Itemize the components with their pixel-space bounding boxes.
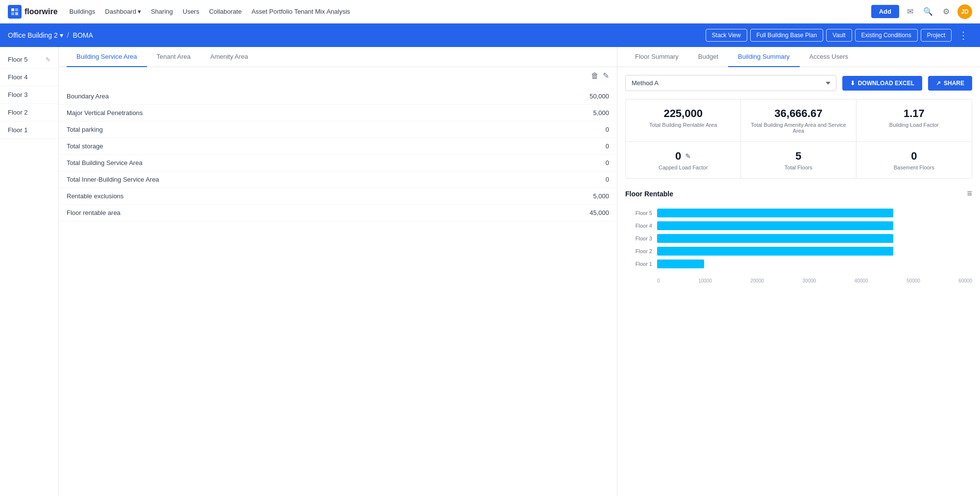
nav-actions: Add ✉ 🔍 ⚙ JD: [871, 4, 972, 19]
top-nav: floorwire Buildings Dashboard ▾ Sharing …: [0, 0, 980, 24]
floor-4-label: Floor 4: [8, 73, 27, 81]
chart-section: Floor Rentable ≡ Floor 5 Floor 4: [625, 189, 972, 283]
row-value: 50,000: [589, 93, 609, 100]
stat-label: Total Building Amenity Area and Service …: [749, 122, 848, 134]
tab-access-users[interactable]: Access Users: [800, 47, 858, 67]
existing-conditions-button[interactable]: Existing Conditions: [855, 29, 918, 42]
bar: [657, 247, 893, 256]
tab-amenity-area[interactable]: Amenity Area: [200, 47, 258, 67]
vault-button[interactable]: Vault: [826, 29, 852, 42]
axis-label: 60000: [958, 278, 972, 283]
svg-rect-1: [15, 8, 18, 11]
chart-menu-icon[interactable]: ≡: [967, 189, 972, 199]
floor-5-label: Floor 5: [8, 56, 27, 63]
full-building-base-plan-button[interactable]: Full Building Base Plan: [750, 29, 823, 42]
table-row: Floor rentable area 45,000: [59, 205, 617, 221]
settings-icon[interactable]: ⚙: [941, 5, 952, 18]
nav-collaborate[interactable]: Collaborate: [209, 8, 242, 15]
method-select[interactable]: Method A Method B Method C: [625, 75, 836, 91]
share-button[interactable]: ↗ SHARE: [928, 76, 972, 91]
floor-item-4[interactable]: Floor 4: [0, 69, 58, 86]
row-value: 0: [606, 126, 609, 133]
avatar[interactable]: JD: [957, 4, 972, 19]
tab-building-summary[interactable]: Building Summary: [728, 47, 800, 67]
floor-item-2[interactable]: Floor 2: [0, 104, 58, 121]
content-area: Building Service Area Tenant Area Amenit…: [59, 47, 980, 496]
row-label: Major Vertical Penetrations: [67, 109, 143, 117]
stack-view-button[interactable]: Stack View: [706, 29, 747, 42]
more-options-button[interactable]: ⋮: [955, 27, 972, 43]
bar-container: [657, 209, 972, 217]
stat-value: 5: [749, 150, 848, 163]
axis-label: 50000: [906, 278, 920, 283]
bar-container: [657, 247, 972, 256]
edit-icon[interactable]: ✎: [46, 56, 50, 63]
breadcrumb-building[interactable]: Office Building 2 ▾: [8, 31, 63, 39]
mail-icon[interactable]: ✉: [905, 5, 915, 18]
floor-1-label: Floor 1: [8, 126, 27, 134]
main-layout: Floor 5 ✎ Floor 4 Floor 3 Floor 2 Floor …: [0, 47, 980, 496]
left-tabs: Building Service Area Tenant Area Amenit…: [59, 47, 617, 67]
right-panel: Floor Summary Budget Building Summary Ac…: [617, 47, 980, 496]
axis-label: 0: [657, 278, 660, 283]
nav-sharing[interactable]: Sharing: [151, 8, 173, 15]
floor-2-label: Floor 2: [8, 109, 27, 116]
bar-container: [657, 260, 972, 268]
tab-tenant-area[interactable]: Tenant Area: [147, 47, 200, 67]
nav-buildings[interactable]: Buildings: [70, 8, 96, 15]
row-value: 5,000: [593, 192, 609, 200]
nav-asset-portfolio[interactable]: Asset Portfolio Tenant Mix Analysis: [251, 8, 350, 15]
floor-item-1[interactable]: Floor 1: [0, 121, 58, 139]
row-value: 45,000: [589, 209, 609, 216]
table-actions: 🗑 ✎: [59, 67, 617, 84]
stat-load-factor: 1.17 Building Load Factor: [857, 99, 972, 142]
share-icon: ↗: [936, 80, 941, 87]
stat-basement-floors: 0 Basement Floors: [857, 142, 972, 178]
nav-dashboard[interactable]: Dashboard ▾: [105, 8, 141, 15]
stat-capped-load-factor: 0 ✎ Capped Load Factor: [626, 142, 741, 178]
row-value: 0: [606, 176, 609, 183]
floor-sidebar: Floor 5 ✎ Floor 4 Floor 3 Floor 2 Floor …: [0, 47, 59, 496]
stats-bottom-row: 0 ✎ Capped Load Factor 5 Total Floors 0 …: [626, 142, 972, 178]
add-button[interactable]: Add: [871, 5, 899, 18]
tab-building-service-area[interactable]: Building Service Area: [67, 47, 147, 67]
stat-amenity-service: 36,666.67 Total Building Amenity Area an…: [741, 99, 856, 142]
edit-button[interactable]: ✎: [603, 71, 609, 80]
row-label: Floor rentable area: [67, 209, 121, 216]
stat-value: 225,000: [634, 107, 733, 120]
svg-rect-2: [11, 12, 14, 15]
stats-top-row: 225,000 Total Building Rentable Area 36,…: [626, 99, 972, 142]
stat-label: Basement Floors: [864, 165, 964, 170]
tab-floor-summary[interactable]: Floor Summary: [625, 47, 688, 67]
logo-icon: [8, 5, 22, 19]
logo: floorwire: [8, 5, 58, 19]
row-label: Total storage: [67, 142, 103, 150]
floor-item-5[interactable]: Floor 5 ✎: [0, 51, 58, 69]
edit-capped-icon[interactable]: ✎: [685, 152, 691, 160]
delete-button[interactable]: 🗑: [591, 71, 599, 80]
stat-value: 0: [864, 150, 964, 163]
stat-label: Total Building Rentable Area: [634, 122, 733, 128]
bar: [657, 234, 893, 243]
axis-label: 30000: [802, 278, 816, 283]
row-value: 0: [606, 159, 609, 166]
stats-wrapper: 225,000 Total Building Rentable Area 36,…: [625, 99, 972, 179]
breadcrumb: Office Building 2 ▾ / BOMA: [8, 31, 93, 39]
stat-label: Total Floors: [749, 165, 848, 170]
bar: [657, 221, 893, 230]
nav-users[interactable]: Users: [183, 8, 199, 15]
left-panel: Building Service Area Tenant Area Amenit…: [59, 47, 617, 496]
table-row: Rentable exclusions 5,000: [59, 188, 617, 205]
bar-container: [657, 221, 972, 230]
floor-item-3[interactable]: Floor 3: [0, 86, 58, 104]
stat-value: 0 ✎: [634, 150, 733, 163]
bar: [657, 209, 893, 217]
bar-chart: Floor 5 Floor 4 Floor 3: [625, 205, 972, 276]
axis-label: 40000: [855, 278, 868, 283]
download-excel-button[interactable]: ⬇ DOWNLOAD EXCEL: [842, 76, 922, 91]
bar-label: Floor 1: [625, 261, 652, 267]
search-icon[interactable]: 🔍: [921, 5, 935, 18]
summary-toolbar: Method A Method B Method C ⬇ DOWNLOAD EX…: [625, 75, 972, 91]
tab-budget[interactable]: Budget: [688, 47, 728, 67]
project-button[interactable]: Project: [921, 29, 952, 42]
